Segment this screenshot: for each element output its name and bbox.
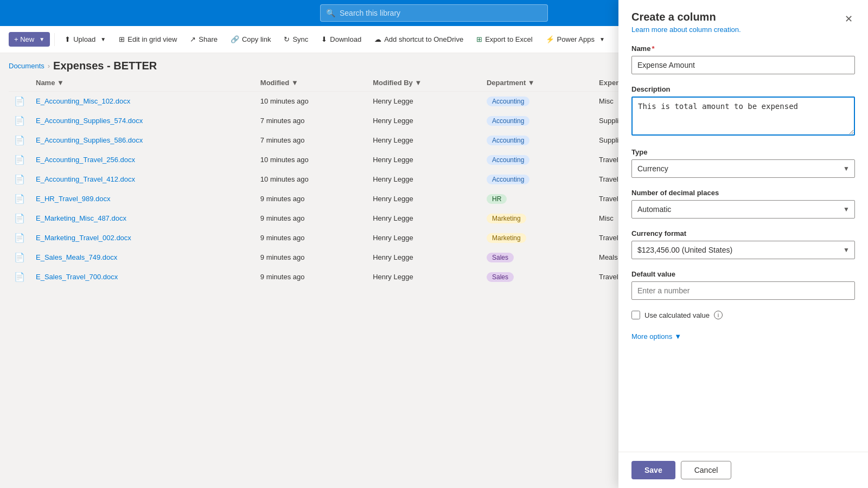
panel-title: Create a column bbox=[631, 11, 741, 23]
toolbar-separator bbox=[54, 33, 55, 46]
share-icon: ↗ bbox=[190, 35, 196, 43]
decimal-form-group: Number of decimal places Automatic012345… bbox=[631, 189, 855, 219]
type-label: Type bbox=[631, 148, 855, 156]
export-excel-button[interactable]: ⊞ Export to Excel bbox=[471, 32, 538, 47]
row-file-icon: 📄 bbox=[9, 131, 30, 150]
new-button[interactable]: + New ▼ bbox=[9, 32, 50, 47]
department-sort-icon: ▼ bbox=[528, 79, 535, 87]
default-value-form-group: Default value bbox=[631, 270, 855, 287]
row-file-icon: 📄 bbox=[9, 150, 30, 170]
row-name[interactable]: E_Accounting_Travel_412.docx bbox=[30, 170, 255, 189]
row-modified: 9 minutes ago bbox=[255, 228, 367, 248]
col-header-modified-by[interactable]: Modified By ▼ bbox=[367, 74, 481, 92]
row-modified: 7 minutes ago bbox=[255, 131, 367, 150]
currency-format-label: Currency format bbox=[631, 229, 855, 237]
row-name[interactable]: E_Accounting_Supplies_586.docx bbox=[30, 131, 255, 150]
description-textarea[interactable]: This is total amount to be expensed bbox=[631, 97, 855, 136]
row-file-icon: 📄 bbox=[9, 248, 30, 267]
new-chevron-icon: ▼ bbox=[39, 36, 44, 42]
row-name[interactable]: E_Marketing_Travel_002.docx bbox=[30, 228, 255, 248]
currency-format-select-wrap: $123,456.00 (United States)€123,456.00 (… bbox=[631, 241, 855, 259]
type-select-wrap: Single line of textMultiple lines of tex… bbox=[631, 159, 855, 178]
row-modified-by: Henry Legge bbox=[367, 131, 481, 150]
row-department: Sales bbox=[481, 248, 593, 267]
description-label: Description bbox=[631, 85, 855, 93]
row-modified-by: Henry Legge bbox=[367, 92, 481, 111]
row-department: Sales bbox=[481, 267, 593, 287]
power-apps-chevron-icon: ▼ bbox=[599, 36, 605, 42]
row-modified: 10 minutes ago bbox=[255, 170, 367, 189]
edit-grid-icon: ⊞ bbox=[119, 35, 125, 43]
upload-chevron-icon: ▼ bbox=[100, 36, 106, 42]
search-input[interactable] bbox=[340, 9, 542, 17]
sync-button[interactable]: ↻ Sync bbox=[278, 32, 314, 47]
description-form-group: Description This is total amount to be e… bbox=[631, 85, 855, 137]
breadcrumb-parent[interactable]: Documents bbox=[9, 62, 44, 70]
row-name[interactable]: E_Accounting_Travel_256.docx bbox=[30, 150, 255, 170]
row-modified: 9 minutes ago bbox=[255, 248, 367, 267]
copy-link-button[interactable]: 🔗 Copy link bbox=[225, 32, 276, 47]
panel-body: Name* Description This is total amount t… bbox=[618, 34, 868, 287]
decimal-label: Number of decimal places bbox=[631, 189, 855, 197]
edit-grid-button[interactable]: ⊞ Edit in grid view bbox=[113, 32, 182, 47]
upload-button[interactable]: ⬆ Upload ▼ bbox=[59, 32, 111, 47]
row-file-icon: 📄 bbox=[9, 189, 30, 209]
name-form-group: Name* bbox=[631, 44, 855, 74]
row-name[interactable]: E_Accounting_Misc_102.docx bbox=[30, 92, 255, 111]
row-modified-by: Henry Legge bbox=[367, 150, 481, 170]
row-file-icon: 📄 bbox=[9, 92, 30, 111]
col-header-department[interactable]: Department ▼ bbox=[481, 74, 593, 92]
add-shortcut-icon: ☁ bbox=[374, 35, 381, 43]
row-name[interactable]: E_Accounting_Supplies_574.docx bbox=[30, 111, 255, 131]
panel-subtitle[interactable]: Learn more about column creation. bbox=[631, 25, 741, 34]
row-name[interactable]: E_HR_Travel_989.docx bbox=[30, 189, 255, 209]
add-shortcut-button[interactable]: ☁ Add shortcut to OneDrive bbox=[369, 32, 469, 47]
row-modified-by: Henry Legge bbox=[367, 209, 481, 228]
row-department: Accounting bbox=[481, 150, 593, 170]
download-button[interactable]: ⬇ Download bbox=[316, 32, 367, 47]
power-apps-button[interactable]: ⚡ Power Apps ▼ bbox=[540, 32, 610, 47]
col-header-modified[interactable]: Modified ▼ bbox=[255, 74, 367, 92]
row-file-icon: 📄 bbox=[9, 111, 30, 131]
row-modified-by: Henry Legge bbox=[367, 248, 481, 267]
name-sort-icon: ▼ bbox=[57, 79, 64, 87]
panel-header-text: Create a column Learn more about column … bbox=[631, 11, 741, 34]
upload-icon: ⬆ bbox=[65, 35, 71, 43]
power-apps-icon: ⚡ bbox=[546, 35, 554, 43]
row-modified-by: Henry Legge bbox=[367, 170, 481, 189]
row-department: HR bbox=[481, 189, 593, 209]
modified-by-sort-icon: ▼ bbox=[414, 79, 422, 87]
row-modified: 10 minutes ago bbox=[255, 150, 367, 170]
default-value-input[interactable] bbox=[631, 281, 855, 287]
panel-close-button[interactable]: ✕ bbox=[843, 11, 855, 27]
decimal-select[interactable]: Automatic012345 bbox=[631, 200, 855, 219]
row-name[interactable]: E_Sales_Meals_749.docx bbox=[30, 248, 255, 267]
type-select[interactable]: Single line of textMultiple lines of tex… bbox=[631, 159, 855, 178]
breadcrumb-separator: › bbox=[48, 62, 50, 70]
search-box[interactable]: 🔍 bbox=[320, 4, 548, 22]
row-name[interactable]: E_Sales_Travel_700.docx bbox=[30, 267, 255, 287]
download-icon: ⬇ bbox=[321, 35, 327, 43]
row-department: Marketing bbox=[481, 209, 593, 228]
row-department: Accounting bbox=[481, 92, 593, 111]
export-excel-icon: ⊞ bbox=[476, 35, 482, 43]
row-file-icon: 📄 bbox=[9, 209, 30, 228]
row-name[interactable]: E_Marketing_Misc_487.docx bbox=[30, 209, 255, 228]
modified-sort-icon: ▼ bbox=[291, 79, 298, 87]
default-value-label: Default value bbox=[631, 270, 855, 278]
col-header-name[interactable]: Name ▼ bbox=[30, 74, 255, 92]
new-label: + New bbox=[14, 35, 34, 43]
row-department: Accounting bbox=[481, 111, 593, 131]
share-button[interactable]: ↗ Share bbox=[184, 32, 223, 47]
currency-format-select[interactable]: $123,456.00 (United States)€123,456.00 (… bbox=[631, 241, 855, 259]
row-file-icon: 📄 bbox=[9, 228, 30, 248]
row-modified-by: Henry Legge bbox=[367, 228, 481, 248]
panel-header: Create a column Learn more about column … bbox=[618, 0, 868, 34]
row-modified: 9 minutes ago bbox=[255, 267, 367, 287]
col-header-icon bbox=[9, 74, 30, 92]
row-modified: 9 minutes ago bbox=[255, 209, 367, 228]
row-department: Accounting bbox=[481, 170, 593, 189]
sync-icon: ↻ bbox=[284, 35, 290, 43]
row-modified: 10 minutes ago bbox=[255, 92, 367, 111]
name-input[interactable] bbox=[631, 56, 855, 74]
